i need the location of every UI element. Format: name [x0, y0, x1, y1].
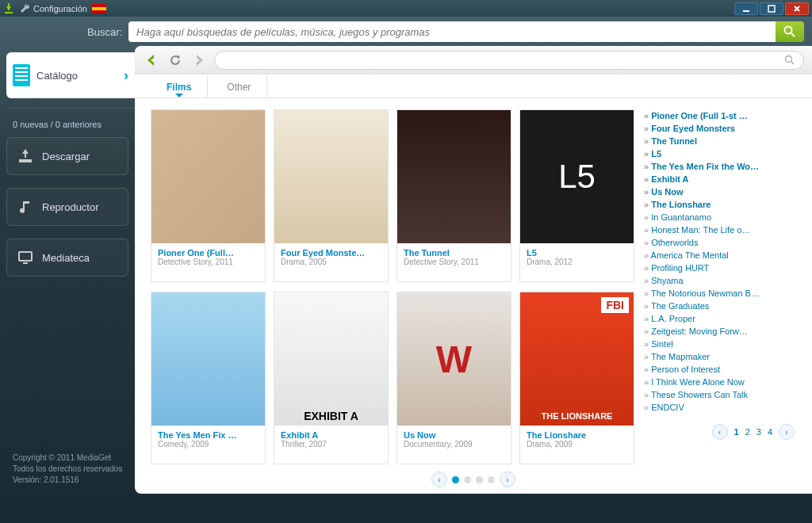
list-item[interactable]: Us Now: [644, 185, 783, 198]
list-item[interactable]: Sintel: [644, 338, 783, 350]
movie-poster: [151, 292, 265, 426]
movie-meta: Drama, 2012: [527, 258, 627, 266]
page-number[interactable]: 1: [734, 427, 739, 437]
movie-title[interactable]: Exhibit A: [281, 430, 381, 440]
page-prev-button[interactable]: ‹: [712, 424, 728, 440]
dot-3[interactable]: [476, 476, 483, 483]
page-next-button[interactable]: ›: [779, 424, 795, 440]
list-item[interactable]: Four Eyed Monsters: [644, 122, 783, 135]
player-label: Reproductor: [42, 201, 99, 213]
sidebar-item-player[interactable]: Reproductor: [6, 188, 128, 226]
dot-2[interactable]: [464, 476, 471, 483]
download-arrow-icon: [3, 3, 14, 14]
movie-card[interactable]: FBITHE LIONSHAREThe LionshareDrama, 2009: [519, 292, 634, 464]
list-item[interactable]: Person of Interest: [644, 363, 783, 376]
spain-flag-icon[interactable]: [92, 4, 106, 13]
tab-other[interactable]: Other: [211, 77, 267, 97]
movie-title[interactable]: Pioner One (Full…: [158, 248, 259, 258]
list-item[interactable]: The Yes Men Fix the Wo…: [644, 160, 783, 173]
sidebar-item-download[interactable]: Descargar: [6, 137, 128, 175]
sidebar: Catálogo › 0 nuevas / 0 anteriores Desca…: [0, 46, 135, 494]
svg-line-8: [791, 62, 794, 64]
movie-card[interactable]: EXHIBIT AExhibit AThriller, 2007: [274, 292, 389, 464]
movie-meta: Drama, 2009: [527, 440, 627, 449]
search-button[interactable]: [776, 21, 804, 42]
list-item[interactable]: The Tunnel: [644, 135, 783, 147]
page-number[interactable]: 2: [745, 427, 750, 437]
movie-poster: FBITHE LIONSHARE: [520, 292, 634, 426]
list-item[interactable]: L.A. Proper: [644, 312, 783, 325]
list-item[interactable]: America The Mental: [644, 249, 783, 262]
movie-poster: EXHIBIT A: [274, 292, 388, 426]
dot-4[interactable]: [488, 476, 495, 483]
dot-1[interactable]: [452, 476, 459, 483]
movie-card[interactable]: The TunnelDetective Story, 2011: [396, 109, 511, 282]
movie-title[interactable]: Us Now: [404, 430, 504, 440]
config-label[interactable]: Configuración: [33, 4, 87, 13]
svg-point-7: [786, 55, 792, 62]
svg-rect-5: [19, 252, 32, 261]
page-number[interactable]: 3: [756, 427, 761, 437]
address-bar[interactable]: [214, 51, 804, 70]
page-numbers: ‹ 1234›: [712, 424, 795, 440]
list-item[interactable]: ENDCIV: [644, 401, 783, 414]
version: Versión: 2.01.1516: [13, 475, 128, 486]
sidebar-item-catalog[interactable]: Catálogo ›: [6, 52, 135, 98]
movie-card[interactable]: WUs NowDocumentary, 2009: [396, 292, 511, 464]
content-panel: Films Other Pioner One (Full…Detective S…: [135, 46, 812, 494]
rights: Todos los derechos reservados: [13, 464, 128, 475]
tab-films[interactable]: Films: [151, 77, 208, 97]
list-item[interactable]: Exhibit A: [644, 173, 783, 185]
movie-poster: [151, 110, 265, 243]
movie-card[interactable]: Four Eyed Monste…Drama, 2005: [274, 109, 389, 282]
list-item[interactable]: Pioner One (Full 1-st …: [644, 109, 783, 122]
list-item[interactable]: The Notorious Newman B…: [644, 287, 783, 300]
movie-title[interactable]: L5: [527, 248, 627, 258]
list-item[interactable]: The Lionshare: [644, 198, 783, 211]
forward-button[interactable]: [190, 52, 208, 69]
movie-title[interactable]: The Yes Men Fix …: [158, 430, 259, 440]
catalog-icon: [13, 64, 30, 86]
movie-title[interactable]: The Lionshare: [527, 430, 627, 440]
list-item[interactable]: L5: [644, 147, 783, 160]
movie-card[interactable]: Pioner One (Full…Detective Story, 2011: [151, 109, 266, 282]
svg-line-4: [791, 33, 795, 36]
list-item[interactable]: The Mapmaker: [644, 350, 783, 363]
list-item[interactable]: Zeitgeist: Moving Forw…: [644, 325, 783, 338]
browser-nav: [135, 46, 812, 74]
movie-grid: Pioner One (Full…Detective Story, 2011Fo…: [151, 109, 634, 462]
list-item[interactable]: In Guantanamo: [644, 211, 783, 223]
list-item[interactable]: I Think Were Alone Now: [644, 376, 783, 388]
movie-poster: [397, 110, 511, 243]
movie-card[interactable]: The Yes Men Fix …Comedy, 2009: [151, 292, 266, 464]
list-item[interactable]: Shyama: [644, 274, 783, 287]
list-item[interactable]: Otherworlds: [644, 236, 783, 249]
list-item[interactable]: The Graduates: [644, 300, 783, 312]
dots-next-button[interactable]: ›: [500, 471, 515, 487]
dots-prev-button[interactable]: ‹: [431, 471, 447, 487]
list-item[interactable]: These Showers Can Talk: [644, 388, 783, 401]
maximize-button[interactable]: [760, 2, 783, 15]
music-note-icon: [17, 198, 34, 216]
minimize-button[interactable]: [734, 2, 758, 15]
svg-rect-0: [5, 12, 13, 13]
list-item[interactable]: Profiling HURT: [644, 262, 783, 274]
copyright: Copyright © 2011 MediaGet: [13, 452, 128, 464]
reload-button[interactable]: [167, 52, 184, 69]
page-number[interactable]: 4: [768, 427, 772, 437]
back-button[interactable]: [143, 52, 160, 69]
search-input[interactable]: [128, 21, 776, 42]
sidebar-item-library[interactable]: Mediateca: [6, 239, 128, 277]
movie-title[interactable]: The Tunnel: [404, 248, 504, 258]
search-icon: [783, 25, 796, 38]
search-icon: [784, 55, 795, 66]
movie-meta: Drama, 2005: [281, 258, 381, 266]
movie-meta: Detective Story, 2011: [404, 258, 504, 266]
list-item[interactable]: Honest Man: The Life o…: [644, 223, 783, 236]
close-button[interactable]: [785, 2, 809, 15]
movie-card[interactable]: L5L5Drama, 2012: [519, 109, 634, 282]
monitor-icon: [17, 249, 34, 266]
footer: Copyright © 2011 MediaGet Todos los dere…: [6, 452, 135, 494]
title-list: Pioner One (Full 1-st …Four Eyed Monster…: [644, 109, 783, 462]
movie-title[interactable]: Four Eyed Monste…: [281, 248, 381, 258]
